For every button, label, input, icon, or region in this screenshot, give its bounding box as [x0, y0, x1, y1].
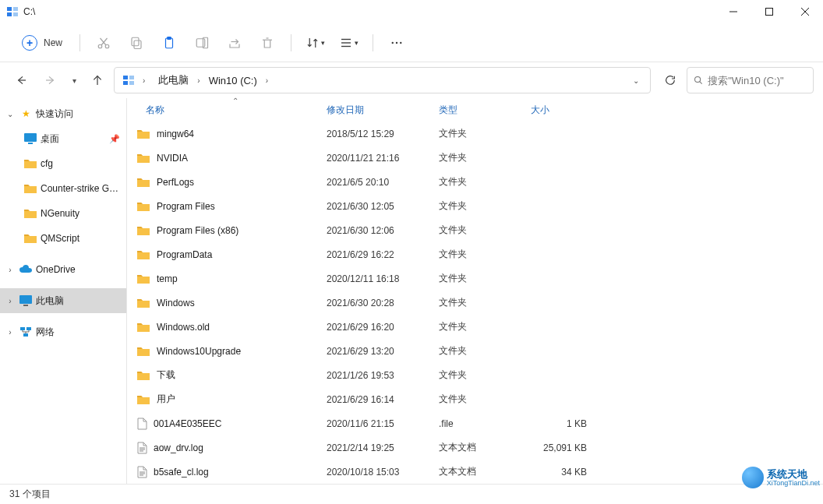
file-type: 文件夹	[439, 224, 531, 237]
svg-rect-5	[766, 9, 773, 16]
sidebar-label: cfg	[41, 158, 53, 169]
folder-icon	[136, 369, 150, 382]
svg-line-11	[101, 38, 107, 45]
paste-button[interactable]	[155, 30, 183, 55]
sidebar-item-onedrive[interactable]: › OneDrive	[0, 257, 126, 282]
sidebar-item-desktop[interactable]: 桌面 📌	[0, 126, 126, 151]
watermark-logo: 系统天地 XiTongTianDi.net	[742, 467, 820, 488]
cut-button[interactable]	[90, 30, 118, 55]
copy-button[interactable]	[122, 30, 150, 55]
sidebar-item-qmscript[interactable]: QMScript	[0, 226, 126, 251]
folder-icon	[136, 273, 150, 285]
file-row[interactable]: b5safe_cl.log2020/10/18 15:03文本文档34 KB	[127, 460, 823, 484]
back-button[interactable]	[8, 67, 34, 93]
column-type[interactable]: 类型	[439, 98, 531, 122]
chevron-right-icon[interactable]: ›	[5, 266, 16, 274]
sidebar-item-quick-access[interactable]: ⌄ ★ 快速访问	[0, 101, 126, 126]
svg-line-10	[101, 38, 108, 45]
sidebar-item-ngenuity[interactable]: NGenuity	[0, 201, 126, 226]
file-row[interactable]: 用户2021/6/29 16:14文件夹	[127, 387, 823, 411]
chevron-right-icon[interactable]: ›	[5, 328, 16, 337]
file-name: Windows10Upgrade	[157, 346, 241, 357]
file-row[interactable]: Program Files (x86)2021/6/30 12:06文件夹	[127, 218, 823, 242]
file-date: 2020/11/21 21:16	[327, 153, 439, 164]
up-button[interactable]	[84, 67, 111, 93]
svg-rect-16	[196, 38, 205, 47]
file-row[interactable]: mingw642018/5/12 15:29文件夹	[127, 122, 823, 146]
file-row[interactable]: aow_drv.log2021/2/14 19:25文本文档25,091 KB	[127, 435, 823, 460]
svg-line-33	[700, 82, 702, 84]
svg-rect-13	[132, 37, 139, 46]
file-type: 文件夹	[439, 393, 531, 406]
sidebar-item-thispc[interactable]: › 此电脑	[0, 288, 126, 313]
chevron-right-icon[interactable]: ›	[263, 76, 271, 85]
file-name: mingw64	[157, 129, 194, 139]
search-input[interactable]	[708, 75, 807, 86]
close-button[interactable]	[787, 0, 823, 23]
share-button[interactable]	[221, 30, 249, 55]
file-type: 文件夹	[439, 151, 531, 164]
sidebar-item-csg[interactable]: Counter-strike G…	[0, 176, 126, 201]
chevron-right-icon[interactable]: ›	[5, 297, 16, 305]
crumb-drive[interactable]: Win10 (C:)	[203, 68, 263, 93]
recent-dropdown[interactable]: ▾	[67, 67, 81, 93]
more-button[interactable]	[383, 30, 411, 55]
sidebar-item-network[interactable]: › 网络	[0, 319, 126, 344]
new-button[interactable]: + New	[14, 30, 70, 55]
file-row[interactable]: 001A4E035EEC2020/11/6 21:15.file1 KB	[127, 411, 823, 435]
file-row[interactable]: PerfLogs2021/6/5 20:10文件夹	[127, 170, 823, 194]
file-type: 文件夹	[439, 320, 531, 333]
file-type: 文件夹	[439, 296, 531, 309]
file-row[interactable]: Program Files2021/6/30 12:05文件夹	[127, 194, 823, 218]
chevron-right-icon[interactable]: ›	[194, 76, 203, 85]
file-row[interactable]: Windows.old2021/6/29 16:20文件夹	[127, 315, 823, 339]
svg-rect-38	[20, 327, 25, 330]
search-icon	[694, 75, 703, 86]
file-row[interactable]: 下载2021/1/26 19:53文件夹	[127, 363, 823, 387]
file-list-pane: ⌃ 名称 修改日期 类型 大小 mingw642018/5/12 15:29文件…	[127, 98, 823, 484]
refresh-button[interactable]	[657, 67, 683, 93]
folder-icon	[136, 393, 150, 406]
rename-button[interactable]	[188, 30, 216, 55]
search-box[interactable]	[687, 67, 814, 93]
address-dropdown[interactable]: ⌄	[625, 68, 647, 93]
column-date[interactable]: 修改日期	[327, 98, 439, 122]
svg-rect-2	[13, 7, 18, 11]
breadcrumb[interactable]: › 此电脑 › Win10 (C:) › ⌄	[114, 67, 651, 93]
svg-rect-0	[7, 7, 12, 11]
column-size[interactable]: 大小	[531, 98, 593, 122]
file-name: ProgramData	[157, 249, 212, 260]
file-row[interactable]: Windows2021/6/30 20:28文件夹	[127, 291, 823, 315]
sidebar-label: NGenuity	[41, 208, 79, 219]
svg-rect-35	[28, 143, 33, 144]
folder-icon	[136, 176, 150, 189]
file-row[interactable]: ProgramData2021/6/29 16:22文件夹	[127, 242, 823, 266]
watermark-text-en: XiTongTianDi.net	[767, 479, 820, 487]
file-row[interactable]: Windows10Upgrade2021/6/29 13:20文件夹	[127, 339, 823, 363]
file-name: aow_drv.log	[154, 442, 203, 453]
file-name: b5safe_cl.log	[154, 467, 209, 478]
delete-button[interactable]	[253, 30, 281, 55]
file-name: Windows.old	[157, 322, 210, 333]
view-button[interactable]: ▾	[334, 30, 363, 55]
sidebar-item-cfg[interactable]: cfg	[0, 151, 126, 176]
file-row[interactable]: temp2020/12/11 16:18文件夹	[127, 266, 823, 291]
chevron-down-icon[interactable]: ⌄	[5, 110, 16, 118]
minimize-button[interactable]	[715, 0, 751, 23]
maximize-button[interactable]	[751, 0, 787, 23]
file-name: 用户	[157, 393, 175, 406]
sidebar-label: OneDrive	[36, 264, 76, 275]
sort-indicator-icon: ⌃	[232, 97, 238, 105]
network-icon	[19, 325, 33, 339]
svg-rect-12	[134, 41, 141, 49]
chevron-right-icon[interactable]: ›	[140, 76, 148, 85]
sort-button[interactable]: ▾	[301, 30, 330, 55]
forward-button[interactable]	[37, 67, 64, 93]
crumb-thispc[interactable]: 此电脑	[153, 68, 194, 93]
file-size: 25,091 KB	[531, 442, 593, 453]
pin-icon: 📌	[109, 134, 120, 144]
file-row[interactable]: NVIDIA2020/11/21 21:16文件夹	[127, 146, 823, 170]
column-name[interactable]: 名称	[127, 98, 327, 122]
file-name: NVIDIA	[157, 153, 188, 164]
file-date: 2020/12/11 16:18	[327, 273, 439, 284]
